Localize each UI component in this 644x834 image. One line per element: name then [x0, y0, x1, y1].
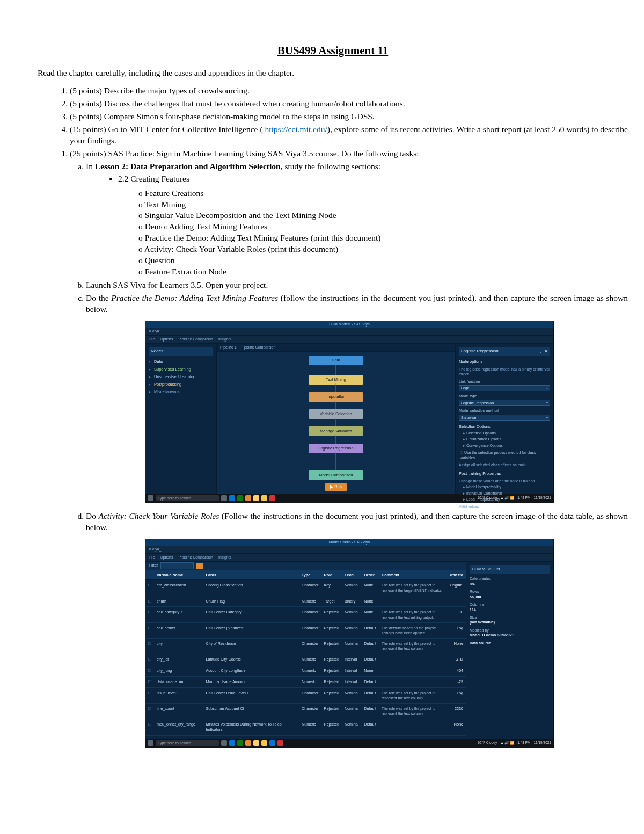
row-checkbox[interactable] [145, 596, 154, 607]
row-checkbox[interactable] [145, 580, 154, 596]
table-row[interactable]: churnChurn FlagNumericTargetBinaryNone [145, 596, 466, 607]
tray-icon[interactable]: ▲ 🔊 📶 [500, 496, 514, 501]
row-checkbox[interactable] [145, 735, 154, 738]
prop-sub-opt[interactable]: Optimization Options [459, 437, 550, 441]
taskbar-weather-2[interactable]: 62°F Cloudy [478, 741, 497, 745]
table-row[interactable]: data_usage_amtMonthly Usage AmountNumeri… [145, 676, 466, 687]
menu-file-2[interactable]: File [149, 555, 155, 560]
cell-label: Monthly Usage Amount [203, 676, 299, 687]
taskbar-date[interactable]: 11/19/2021 [533, 496, 551, 501]
chrome-icon[interactable] [237, 495, 243, 501]
prop-sub-mi[interactable]: Model Interpretability [459, 484, 550, 489]
table-row[interactable]: em_classificationScoring ClassificationC… [145, 580, 466, 596]
pipeline-tab-compare[interactable]: Pipeline Comparison [241, 345, 276, 350]
nodes-postprocessing[interactable]: Postprocessing [149, 381, 213, 388]
menu-options[interactable]: Options [160, 337, 173, 342]
col-comment[interactable]: Comment [379, 570, 447, 580]
menu-file[interactable]: File [149, 337, 155, 342]
menu-pipeline-comparison[interactable]: Pipeline Comparison [178, 337, 213, 342]
prop-sub-ic[interactable]: Individual Conditional [459, 491, 550, 496]
menu-insights-2[interactable]: Insights [218, 555, 231, 560]
filter-go-button[interactable] [196, 563, 203, 569]
row-checkbox[interactable] [145, 676, 154, 687]
menu-options-2[interactable]: Options [160, 555, 173, 560]
taskbar-date-2[interactable]: 11/19/2021 [533, 741, 551, 745]
col-type[interactable]: Type [299, 570, 321, 580]
a-post: , study the following sections: [281, 162, 380, 171]
taskbar-search[interactable]: Type here to search [156, 495, 219, 501]
chrome-icon[interactable] [237, 740, 243, 746]
taskbar-time-2[interactable]: 1:43 PM [517, 741, 530, 745]
row-checkbox[interactable] [145, 654, 154, 665]
col-label[interactable]: Label [203, 570, 299, 580]
table-row[interactable]: cityCity of ResidenceCharacterRejectedNo… [145, 639, 466, 654]
mit-cci-link[interactable]: https://cci.mit.edu/ [265, 125, 327, 134]
node-model-compare[interactable]: Model Comparison [309, 470, 363, 480]
row-checkbox[interactable] [145, 639, 154, 654]
node-data[interactable]: Data [309, 356, 363, 365]
prop-field-selection[interactable]: Stepwise [459, 415, 550, 421]
start-icon[interactable] [148, 495, 153, 501]
taskbar-weather[interactable]: 62°F Cloudy [478, 496, 497, 501]
prop-group-node: Node options [459, 359, 550, 365]
table-row[interactable]: mou_onnet_qty_rangeMinutes Voicemails Du… [145, 719, 466, 735]
filter-input[interactable] [160, 562, 194, 569]
explorer-icon[interactable] [253, 495, 259, 501]
row-checkbox[interactable] [145, 719, 154, 735]
cell-transform: None [447, 719, 466, 735]
run-pipeline-button[interactable]: ▶ Run [325, 483, 347, 491]
taskbar-time[interactable]: 1:48 PM [517, 496, 530, 501]
app-icon[interactable] [261, 740, 267, 746]
table-row[interactable]: line_countSubscriber Account CtCharacter… [145, 703, 466, 719]
nodes-group-data[interactable]: Data [149, 358, 213, 366]
explorer-icon[interactable] [253, 740, 259, 746]
row-checkbox[interactable] [145, 607, 154, 622]
row-checkbox[interactable] [145, 665, 154, 677]
pipeline-tab-add[interactable]: + [280, 345, 282, 350]
prop-sub-conv[interactable]: Convergence Options [459, 443, 550, 448]
firefox-icon[interactable] [245, 495, 251, 501]
taskview-icon[interactable] [221, 495, 227, 501]
prop-checkbox-selproc[interactable]: Use the selection process method for cla… [459, 450, 550, 460]
edge-icon[interactable] [229, 495, 235, 501]
start-icon[interactable] [148, 740, 153, 746]
col-order[interactable]: Order [361, 570, 379, 580]
pipeline-tab-1[interactable]: Pipeline 1 [220, 345, 237, 350]
prop-field-modeltype[interactable]: Logistic Regression [459, 400, 550, 406]
pipeline-canvas[interactable]: Pipeline 1 Pipeline Comparison + Data Te… [217, 344, 456, 494]
firefox-icon[interactable] [245, 740, 251, 746]
app-tab[interactable]: ≡ Viya_L [149, 329, 163, 333]
col-level[interactable]: Level [342, 570, 361, 580]
nodes-supervised[interactable]: Supervised Learning [149, 366, 213, 373]
col-role[interactable]: Role [321, 570, 342, 580]
app-tab-2[interactable]: ≡ Viya_L [149, 547, 163, 552]
row-checkbox[interactable] [145, 687, 154, 703]
prop-sub-sel[interactable]: Selection Options [459, 431, 550, 436]
table-row[interactable]: city_longAccount City LongitudeNumericRe… [145, 665, 466, 677]
prop-field-link[interactable]: Logit [459, 385, 550, 391]
menu-insights[interactable]: Insights [218, 337, 231, 342]
app-icon[interactable] [261, 495, 267, 501]
table-row[interactable]: call_centerCall Center (binarized)Charac… [145, 622, 466, 638]
edge-icon[interactable] [229, 740, 235, 746]
table-row[interactable]: city_latLatitude City CoordsNumericRejec… [145, 654, 466, 665]
col-varname[interactable]: Variable Name [154, 570, 203, 580]
menu-pc-2[interactable]: Pipeline Comparison [178, 555, 213, 560]
table-row[interactable]: call_category_tCall Center Category TCha… [145, 607, 466, 622]
app-icon-3[interactable] [269, 740, 275, 746]
row-checkbox[interactable] [145, 703, 154, 719]
col-check[interactable] [145, 570, 154, 580]
row-checkbox[interactable] [145, 622, 154, 638]
nodes-misc[interactable]: Miscellaneous [149, 388, 213, 396]
properties-close-icon[interactable]: ⋮ ✕ [539, 349, 548, 354]
table-row[interactable]: mon_total_call_chargesMonthly Account Ch… [145, 735, 466, 738]
taskbar-search-2[interactable]: Type here to search [156, 740, 219, 746]
app-icon-2[interactable] [269, 495, 275, 501]
tray-icon[interactable]: ▲ 🔊 📶 [500, 741, 514, 745]
ds-link[interactable]: Data source [470, 641, 550, 646]
nodes-unsupervised[interactable]: Unsupervised Learning [149, 373, 213, 381]
table-row[interactable]: issue_level1Call Center Issue Level 1Cha… [145, 687, 466, 703]
taskview-icon[interactable] [221, 740, 227, 746]
app-icon-2[interactable] [277, 740, 283, 746]
col-transform[interactable]: Transfo [447, 570, 466, 580]
